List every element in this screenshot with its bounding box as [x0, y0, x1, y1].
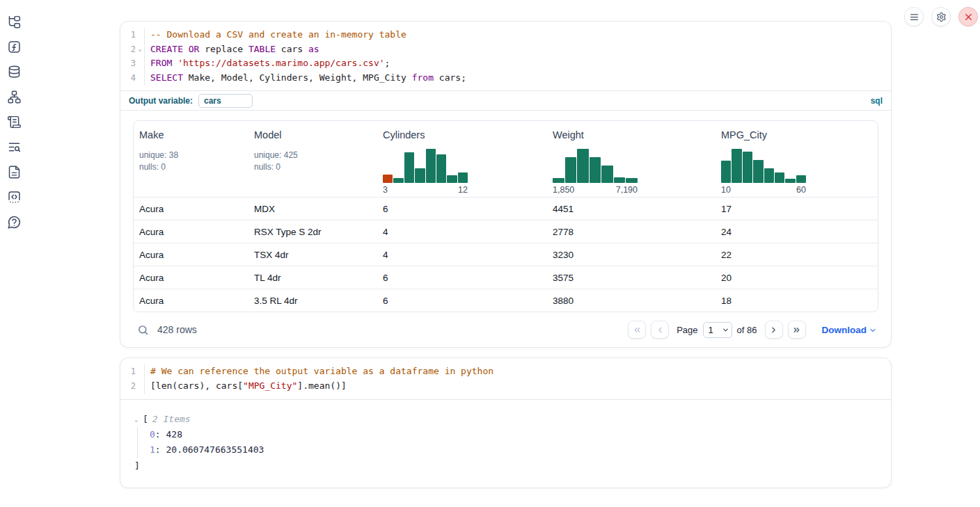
close-bracket: ]: [134, 458, 877, 474]
last-page-button[interactable]: [788, 321, 806, 339]
column-header-mpg-city[interactable]: MPG_City 10 60: [716, 129, 878, 195]
table-cell: 6: [377, 273, 547, 283]
column-header-make[interactable]: Make unique: 38 nulls: 0: [134, 129, 248, 195]
shutdown-x-icon[interactable]: [958, 7, 978, 26]
menu-icon[interactable]: [904, 7, 924, 26]
histogram-axis: 10 60: [721, 185, 806, 195]
hist-bar: [601, 166, 613, 183]
code-line[interactable]: 1-- Download a CSV and create an in-memo…: [120, 28, 891, 42]
column-name: Cylinders: [383, 129, 547, 140]
hist-bar: [614, 177, 626, 184]
document-icon[interactable]: [7, 165, 22, 179]
table-cell: TL 4dr: [248, 273, 377, 283]
hist-bar: [626, 178, 638, 183]
hist-bar: [775, 172, 784, 184]
dependency-graph-icon[interactable]: [7, 90, 22, 104]
table-cell: 3575: [547, 273, 716, 283]
column-stats: unique: 38 nulls: 0: [139, 150, 248, 172]
code-line[interactable]: 2[len(cars), cars["MPG_City"].mean()]: [120, 379, 891, 394]
hist-bar: [590, 157, 601, 183]
cylinders-histogram: 3 12: [383, 147, 547, 195]
table-cell: Acura: [134, 204, 248, 214]
database-icon[interactable]: [7, 65, 22, 79]
items-count-label: 2 Items: [152, 412, 191, 427]
table-body: AcuraMDX6445117AcuraRSX Type S 2dr427782…: [134, 197, 878, 312]
table-cell: TSX 4dr: [248, 250, 377, 260]
code-line[interactable]: 4SELECT Make, Model, Cylinders, Weight, …: [120, 71, 891, 86]
page-label: Page: [677, 325, 697, 335]
output-variable-input[interactable]: [198, 94, 253, 108]
table-cell: 4: [377, 227, 547, 237]
first-page-button[interactable]: [628, 321, 646, 339]
table-cell: 3880: [547, 296, 716, 306]
language-badge: sql: [871, 96, 883, 106]
page-select[interactable]: 1: [703, 322, 732, 338]
topbar-actions: [904, 7, 978, 26]
sql-code-editor[interactable]: 1-- Download a CSV and create an in-memo…: [120, 22, 891, 90]
hist-bar: [393, 178, 403, 184]
table-row[interactable]: AcuraTL 4dr6357520: [134, 266, 878, 289]
python-output-tree: ⌄ [ 2 Items 0: 428 1: 20.060747663551403…: [120, 400, 891, 488]
chevron-down-icon: ⌄: [134, 412, 143, 427]
settings-gear-icon[interactable]: [931, 7, 951, 26]
table-cell: 3.5 RL 4dr: [248, 296, 377, 306]
gutter-spacer: [136, 364, 145, 379]
code-line[interactable]: 2⌄CREATE OR replace TABLE cars as: [120, 42, 891, 57]
weight-histogram: 1,850 7,190: [553, 147, 716, 195]
table-row[interactable]: AcuraMDX6445117: [134, 197, 878, 220]
python-cell: 1# We can reference the output variable …: [120, 357, 892, 488]
table-cell: 6: [377, 204, 547, 214]
table-cell: 18: [716, 296, 878, 306]
table-cell: Acura: [134, 227, 248, 237]
function-square-icon[interactable]: [7, 40, 22, 54]
hist-bar: [415, 168, 425, 184]
hist-bar: [565, 157, 577, 183]
text-search-icon[interactable]: [7, 140, 22, 154]
table-cell: 3230: [547, 250, 716, 260]
hist-bar: [796, 175, 806, 183]
fold-chevron-icon[interactable]: ⌄: [136, 42, 145, 57]
search-icon[interactable]: [137, 324, 149, 336]
page-select-wrap: 1: [703, 322, 732, 338]
table-header: Make unique: 38 nulls: 0 Model unique: 4…: [134, 121, 878, 197]
code-line[interactable]: 1# We can reference the output variable …: [120, 364, 891, 379]
column-name: Weight: [553, 129, 716, 140]
sql-cell: 1-- Download a CSV and create an in-memo…: [120, 21, 892, 348]
gutter-spacer: [136, 379, 145, 394]
column-header-model[interactable]: Model unique: 425 nulls: 0: [248, 129, 377, 195]
hist-bar: [764, 168, 774, 183]
tree-item: 1: 20.060747663551403: [150, 442, 877, 458]
file-tree-icon[interactable]: [7, 15, 22, 29]
table-row[interactable]: AcuraTSX 4dr4323022: [134, 243, 878, 266]
table-cell: MDX: [248, 204, 377, 214]
previous-page-button[interactable]: [651, 321, 669, 339]
hist-bar: [721, 161, 731, 183]
hist-bar: [577, 149, 589, 183]
table-row[interactable]: Acura3.5 RL 4dr6388018: [134, 289, 878, 312]
hist-bar: [436, 154, 446, 184]
code-line[interactable]: 3FROM 'https://datasets.marimo.app/cars.…: [120, 56, 891, 71]
table-row[interactable]: AcuraRSX Type S 2dr4277824: [134, 220, 878, 243]
next-page-button[interactable]: [765, 321, 783, 339]
pagination: Page 1 of 86: [628, 321, 877, 339]
line-number: 4: [120, 71, 136, 86]
tree-collapse-row[interactable]: ⌄ [ 2 Items: [134, 412, 877, 427]
column-header-weight[interactable]: Weight 1,850 7,190: [547, 129, 716, 195]
page-total: of 86: [737, 325, 757, 335]
snippets-icon[interactable]: [7, 190, 22, 204]
output-variable-label: Output variable:: [129, 96, 193, 106]
table-cell: 6: [377, 296, 547, 306]
download-button[interactable]: Download: [822, 325, 878, 335]
histogram-axis: 1,850 7,190: [553, 185, 638, 195]
scroll-logs-icon[interactable]: [7, 115, 22, 129]
gutter-spacer: [136, 56, 145, 71]
python-code-editor[interactable]: 1# We can reference the output variable …: [120, 358, 891, 399]
table-cell: 24: [716, 227, 878, 237]
hist-bar: [732, 149, 741, 183]
column-name: MPG_City: [721, 129, 878, 140]
column-header-cylinders[interactable]: Cylinders 3 12: [377, 129, 547, 195]
column-stats: unique: 425 nulls: 0: [254, 150, 377, 172]
table-cell: 17: [716, 204, 878, 214]
help-icon[interactable]: [7, 215, 22, 230]
table-cell: 20: [716, 273, 878, 283]
